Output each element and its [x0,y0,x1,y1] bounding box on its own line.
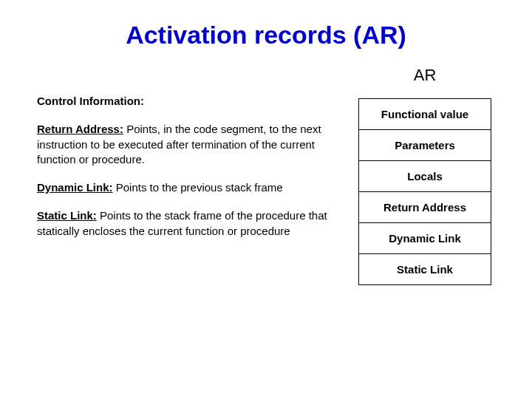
paragraph-dynamic-link: Dynamic Link: Points to the previous sta… [37,180,332,195]
ar-stack: Functional value Parameters Locals Retur… [358,98,491,285]
page-title: Activation records (AR) [37,21,495,50]
paragraph-return-address: Return Address: Points, in the code segm… [37,122,332,167]
stack-cell-static-link: Static Link [359,254,491,284]
section-heading: Control Information: [37,94,332,109]
term-dynamic-link: Dynamic Link: [37,181,113,194]
stack-cell-locals: Locals [359,161,491,192]
stack-cell-functional-value: Functional value [359,99,491,130]
slide: Activation records (AR) Control Informat… [0,0,532,399]
stack-cell-parameters: Parameters [359,130,491,161]
text-dynamic-link: Points to the previous stack frame [113,181,283,194]
right-column: AR Functional value Parameters Locals Re… [355,94,495,285]
term-static-link: Static Link: [37,209,97,222]
left-column: Control Information: Return Address: Poi… [37,94,332,285]
content-area: Control Information: Return Address: Poi… [37,94,495,285]
stack-cell-dynamic-link: Dynamic Link [359,223,491,254]
paragraph-static-link: Static Link: Points to the stack frame o… [37,208,332,239]
stack-cell-return-address: Return Address [359,192,491,223]
term-return-address: Return Address: [37,123,123,135]
ar-label: AR [414,66,437,85]
